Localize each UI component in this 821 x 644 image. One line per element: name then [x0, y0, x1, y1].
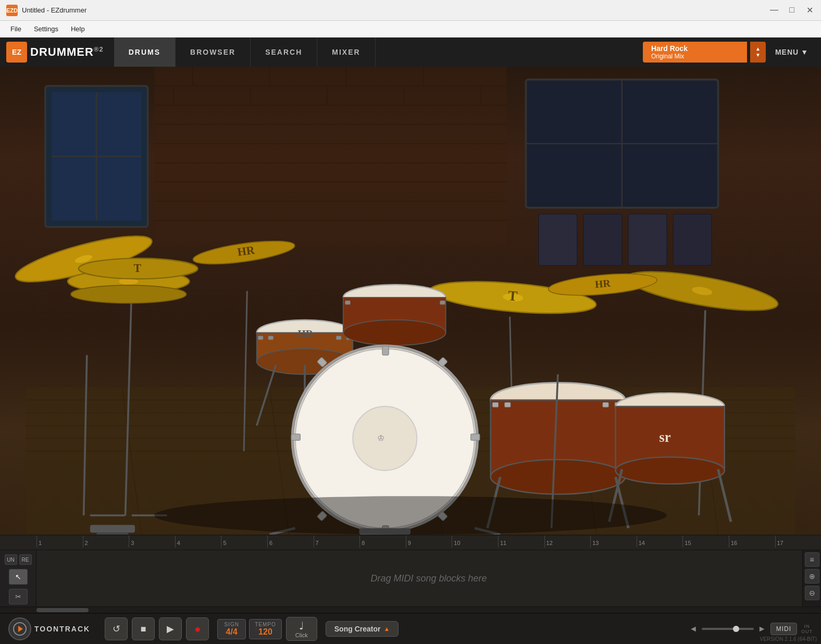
- ruler-mark-14: 14: [637, 536, 683, 548]
- song-creator-arrow: ▲: [383, 625, 390, 633]
- svg-marker-117: [18, 626, 23, 632]
- track-lane[interactable]: Drag MIDI song blocks here: [36, 550, 821, 606]
- svg-text:sr: sr: [659, 429, 671, 445]
- volume-area: ◄ ► MIDI IN OUT: [689, 623, 813, 635]
- svg-rect-9: [628, 214, 667, 265]
- ruler-mark-16: 16: [729, 536, 775, 548]
- toontrack-logo-circle: [8, 617, 31, 640]
- play-icon: ▶: [167, 623, 174, 635]
- volume-decrease-button[interactable]: ◄: [689, 624, 698, 634]
- menu-help[interactable]: Help: [65, 23, 91, 35]
- click-button[interactable]: ♩ Click: [286, 617, 317, 641]
- ruler-mark-11: 11: [498, 536, 544, 548]
- scissors-icon: ✂: [15, 592, 21, 601]
- cut-tool-button[interactable]: ✂: [9, 589, 28, 604]
- menu-settings[interactable]: Settings: [28, 23, 65, 35]
- record-icon: ●: [194, 623, 201, 635]
- timeline-ruler: 1 2 3 4 5 6 7 8 9 10 11 12 13 14 15 16 1…: [0, 536, 821, 550]
- app-icon: EZD: [6, 5, 18, 16]
- song-creator-label: Song Creator: [334, 625, 381, 633]
- ruler-marks: 1 2 3 4 5 6 7 8 9 10 11 12 13 14 15 16 1…: [36, 536, 821, 550]
- preset-arrow-down-icon: ▼: [755, 53, 761, 58]
- right-tools-panel: ≡ ⊕ ⊖: [802, 550, 821, 606]
- preset-submix: Original Mix: [651, 53, 684, 60]
- stop-icon: ■: [141, 624, 146, 635]
- ruler-mark-12: 12: [544, 536, 591, 548]
- app-logo: EZ DRUMMER®2: [6, 42, 104, 63]
- ruler-mark-13: 13: [590, 536, 637, 548]
- svg-point-81: [353, 406, 417, 470]
- midi-button[interactable]: MIDI: [770, 623, 797, 635]
- tab-mixer[interactable]: MIXER: [317, 38, 375, 67]
- time-signature-block[interactable]: Sign 4/4: [217, 619, 246, 639]
- select-tool-button[interactable]: ↖: [9, 569, 28, 585]
- song-track: UN RE ↖ ✂ Drag MIDI song blocks here ≡ ⊕: [0, 550, 821, 606]
- svg-rect-86: [291, 434, 300, 440]
- top-navigation: EZ DRUMMER®2 DRUMS BROWSER SEARCH MIXER …: [0, 38, 821, 67]
- svg-point-115: [154, 496, 667, 535]
- tab-browser[interactable]: BROWSER: [176, 38, 251, 67]
- svg-rect-78: [440, 301, 445, 304]
- svg-point-97: [491, 460, 625, 494]
- preset-button[interactable]: Hard Rock Original Mix: [643, 42, 747, 63]
- play-button[interactable]: ▶: [159, 617, 182, 640]
- loop-button[interactable]: ↺: [105, 617, 128, 640]
- zoom-in-button[interactable]: ⊕: [805, 569, 819, 584]
- list-view-button[interactable]: ≡: [805, 552, 819, 567]
- horizontal-scrollbar[interactable]: [0, 606, 821, 613]
- track-controls: UN RE ↖ ✂: [0, 550, 36, 606]
- tempo-block[interactable]: Tempo 120: [249, 619, 282, 639]
- volume-slider[interactable]: [702, 628, 754, 630]
- svg-rect-87: [471, 434, 480, 440]
- toontrack-name: TOONTRACK: [34, 625, 90, 633]
- menu-file[interactable]: File: [4, 23, 28, 35]
- loop-icon: ↺: [113, 623, 120, 635]
- ruler-mark-9: 9: [406, 536, 452, 548]
- redo-button[interactable]: RE: [19, 554, 32, 565]
- out-label: OUT: [801, 629, 813, 634]
- transport-bar: TOONTRACK ↺ ■ ▶ ● Sign 4/4 Tempo: [0, 613, 821, 644]
- ruler-mark-2: 2: [83, 536, 129, 548]
- menu-button[interactable]: MENU ▼: [769, 48, 815, 56]
- toontrack-logo: TOONTRACK: [8, 617, 90, 640]
- svg-rect-110: [90, 525, 135, 533]
- undo-button[interactable]: UN: [5, 554, 17, 565]
- preset-name: Hard Rock: [651, 44, 688, 53]
- ruler-mark-7: 7: [314, 536, 360, 548]
- logo-text: DRUMMER®2: [30, 45, 104, 59]
- tab-search[interactable]: SEARCH: [251, 38, 317, 67]
- svg-rect-101: [505, 403, 511, 407]
- ruler-mark-3: 3: [129, 536, 175, 548]
- svg-point-45: [71, 285, 186, 303]
- scroll-thumb[interactable]: [36, 608, 89, 612]
- in-out-indicator: IN OUT: [801, 624, 813, 634]
- ruler-mark-8: 8: [359, 536, 406, 548]
- preset-selector: Hard Rock Original Mix ▲ ▼ MENU ▼: [643, 42, 815, 63]
- ruler-mark-5: 5: [221, 536, 267, 548]
- preset-dropdown-button[interactable]: ▲ ▼: [750, 42, 766, 63]
- titlebar: EZD Untitled - EZdrummer — □ ✕: [0, 0, 821, 21]
- list-icon: ≡: [810, 555, 814, 564]
- ruler-mark-10: 10: [452, 536, 498, 548]
- drumkit-background: HR T T HR HR: [0, 67, 821, 535]
- zoom-out-button[interactable]: ⊖: [805, 586, 819, 600]
- svg-rect-84: [382, 346, 389, 355]
- tab-drums[interactable]: DRUMS: [114, 38, 176, 67]
- ruler-mark-4: 4: [175, 536, 221, 548]
- minimize-button[interactable]: —: [769, 5, 779, 15]
- stop-button[interactable]: ■: [132, 617, 155, 640]
- restore-button[interactable]: □: [787, 5, 797, 15]
- logo-ez-badge: EZ: [6, 42, 27, 63]
- ruler-mark-1: 1: [36, 536, 83, 548]
- volume-increase-button[interactable]: ►: [758, 624, 766, 634]
- sign-tempo-group: Sign 4/4 Tempo 120: [217, 619, 282, 639]
- window-controls: — □ ✕: [769, 5, 815, 15]
- close-button[interactable]: ✕: [804, 5, 815, 15]
- ruler-mark-6: 6: [267, 536, 314, 548]
- svg-rect-70: [336, 336, 341, 340]
- drumkit-area: HR T T HR HR: [0, 67, 821, 535]
- volume-thumb[interactable]: [733, 626, 739, 632]
- song-creator-button[interactable]: Song Creator ▲: [326, 621, 399, 637]
- svg-rect-67: [258, 336, 263, 340]
- record-button[interactable]: ●: [186, 617, 209, 640]
